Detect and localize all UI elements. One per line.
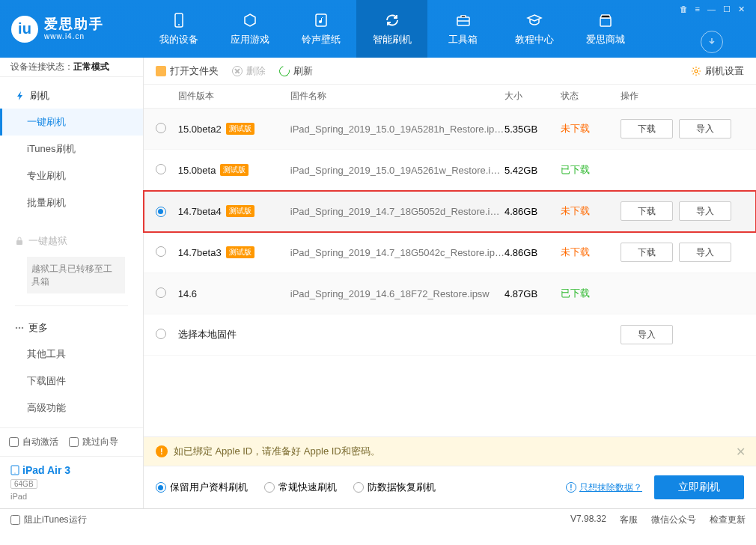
nav-tab-5[interactable]: 教程中心 xyxy=(499,0,570,58)
device-card[interactable]: iPad Air 3 64GB iPad xyxy=(0,456,143,508)
sidebar-head-more[interactable]: 更多 xyxy=(0,315,143,341)
svg-point-10 xyxy=(14,472,15,473)
download-button[interactable]: 下载 xyxy=(621,201,673,221)
firmware-row[interactable]: 14.7beta3测试版iPad_Spring_2019_14.7_18G504… xyxy=(144,232,756,273)
sidebar-item-flash-1[interactable]: iTunes刷机 xyxy=(0,136,143,162)
nav-tab-0[interactable]: 我的设备 xyxy=(143,0,214,58)
download-button[interactable]: 下载 xyxy=(621,119,673,138)
download-indicator-icon[interactable] xyxy=(701,31,723,53)
download-button[interactable]: 下载 xyxy=(621,243,673,262)
nav-tabs: 我的设备应用游戏铃声壁纸智能刷机工具箱教程中心爱思商城 xyxy=(143,0,680,58)
connection-status: 设备连接状态：正常模式 xyxy=(0,58,143,77)
nav-tab-2[interactable]: 铃声壁纸 xyxy=(285,0,356,58)
sidebar-item-flash-2[interactable]: 专业刷机 xyxy=(0,162,143,189)
row-radio[interactable] xyxy=(156,164,166,174)
sidebar-item-more-0[interactable]: 其他工具 xyxy=(0,341,143,368)
row-radio[interactable] xyxy=(156,123,166,133)
close-icon[interactable]: ✕ xyxy=(738,4,745,14)
refresh-button[interactable]: 刷新 xyxy=(279,64,313,78)
shop-icon xyxy=(597,12,614,28)
import-button[interactable]: 导入 xyxy=(621,325,673,344)
block-itunes-checkbox[interactable]: 阻止iTunes运行 xyxy=(10,514,87,526)
version-label: V7.98.32 xyxy=(570,514,606,526)
sidebar-head-flash[interactable]: 刷机 xyxy=(0,83,143,109)
notice-close-icon[interactable]: ✕ xyxy=(736,445,746,459)
firmware-row[interactable]: 选择本地固件导入 xyxy=(144,314,756,356)
footer: 阻止iTunes运行 V7.98.32 客服 微信公众号 检查更新 xyxy=(0,508,756,531)
sidebar-head-jailbreak: 一键越狱 xyxy=(0,228,143,254)
toolbar: 打开文件夹 删除 刷新 刷机设置 xyxy=(144,58,756,85)
wechat-link[interactable]: 微信公众号 xyxy=(651,514,696,526)
update-link[interactable]: 检查更新 xyxy=(710,514,746,526)
beta-badge: 测试版 xyxy=(226,205,254,217)
flash-mode-option-0[interactable]: 保留用户资料刷机 xyxy=(156,481,248,494)
warning-icon: ! xyxy=(156,445,168,457)
skip-guide-checkbox[interactable]: 跳过向导 xyxy=(69,436,118,448)
svg-rect-5 xyxy=(16,240,22,245)
phone-icon xyxy=(171,12,187,28)
delete-icon xyxy=(232,66,243,76)
table-header: 固件版本 固件名称 大小 状态 操作 xyxy=(144,85,756,109)
row-radio[interactable] xyxy=(156,329,166,339)
import-button[interactable]: 导入 xyxy=(679,119,731,138)
svg-rect-4 xyxy=(600,18,611,26)
row-radio[interactable] xyxy=(156,246,166,257)
tools-icon xyxy=(455,12,472,28)
sidebar-item-more-2[interactable]: 高级功能 xyxy=(0,395,143,421)
cart-icon[interactable]: 🗑 xyxy=(680,4,688,14)
open-folder-button[interactable]: 打开文件夹 xyxy=(156,64,219,78)
import-button[interactable]: 导入 xyxy=(679,243,731,262)
titlebar: iu 爱思助手 www.i4.cn 我的设备应用游戏铃声壁纸智能刷机工具箱教程中… xyxy=(0,0,756,58)
firmware-row[interactable]: 15.0beta2测试版iPad_Spring_2019_15.0_19A528… xyxy=(144,109,756,150)
logo-icon: iu xyxy=(11,16,38,43)
row-radio[interactable] xyxy=(156,207,166,217)
delete-button: 删除 xyxy=(232,64,266,78)
folder-icon xyxy=(156,66,166,76)
svg-point-11 xyxy=(695,70,698,73)
sidebar-item-more-1[interactable]: 下载固件 xyxy=(0,368,143,395)
svg-point-1 xyxy=(178,24,180,25)
row-radio[interactable] xyxy=(156,287,166,298)
nav-tab-1[interactable]: 应用游戏 xyxy=(214,0,285,58)
support-link[interactable]: 客服 xyxy=(620,514,638,526)
music-icon xyxy=(313,12,329,28)
nav-tab-3[interactable]: 智能刷机 xyxy=(356,0,427,58)
refresh-icon xyxy=(277,64,291,78)
brand-title: 爱思助手 xyxy=(44,17,104,32)
beta-badge: 测试版 xyxy=(220,164,249,176)
import-button[interactable]: 导入 xyxy=(679,201,731,221)
minimize-icon[interactable]: — xyxy=(707,4,716,14)
svg-point-6 xyxy=(16,327,17,329)
beta-badge: 测试版 xyxy=(226,123,254,135)
sidebar: 设备连接状态：正常模式 刷机 一键刷机iTunes刷机专业刷机批量刷机 一键越狱… xyxy=(0,58,144,508)
refresh-icon xyxy=(384,12,400,28)
sidebar-item-flash-0[interactable]: 一键刷机 xyxy=(0,109,143,136)
apps-icon xyxy=(242,12,258,28)
maximize-icon[interactable]: ☐ xyxy=(723,4,731,14)
window-buttons: 🗑 ≡ — ☐ ✕ xyxy=(680,4,745,14)
nav-tab-6[interactable]: 爱思商城 xyxy=(570,0,641,58)
firmware-row[interactable]: 15.0beta测试版iPad_Spring_2019_15.0_19A5261… xyxy=(144,150,756,191)
flash-settings-button[interactable]: 刷机设置 xyxy=(691,64,744,78)
nav-tab-4[interactable]: 工具箱 xyxy=(427,0,499,58)
info-icon: ! xyxy=(566,482,576,493)
auto-activate-checkbox[interactable]: 自动激活 xyxy=(9,436,58,448)
flash-mode-option-2[interactable]: 防数据恢复刷机 xyxy=(353,481,436,494)
menu-icon[interactable]: ≡ xyxy=(695,4,700,14)
firmware-row[interactable]: 14.6iPad_Spring_2019_14.6_18F72_Restore.… xyxy=(144,273,756,314)
action-bar: 保留用户资料刷机常规快速刷机防数据恢复刷机 !只想抹除数据？ 立即刷机 xyxy=(144,466,756,508)
tablet-icon xyxy=(10,465,19,475)
notice-bar: ! 如已绑定 Apple ID，请准备好 Apple ID和密码。 ✕ xyxy=(144,436,756,466)
logo[interactable]: iu 爱思助手 www.i4.cn xyxy=(11,16,143,43)
erase-link[interactable]: 只想抹除数据？ xyxy=(579,481,642,494)
gear-icon xyxy=(691,66,701,76)
flash-mode-option-1[interactable]: 常规快速刷机 xyxy=(264,481,337,494)
flash-now-button[interactable]: 立即刷机 xyxy=(654,475,744,499)
sidebar-item-flash-3[interactable]: 批量刷机 xyxy=(0,189,143,216)
svg-point-8 xyxy=(22,327,23,329)
svg-point-7 xyxy=(19,327,20,329)
grad-icon xyxy=(526,12,543,28)
firmware-row[interactable]: 14.7beta4测试版iPad_Spring_2019_14.7_18G505… xyxy=(144,191,756,232)
content: 打开文件夹 删除 刷新 刷机设置 固件版本 固件名称 大小 状态 操作 15.0… xyxy=(144,58,756,508)
brand-url: www.i4.cn xyxy=(44,32,104,40)
